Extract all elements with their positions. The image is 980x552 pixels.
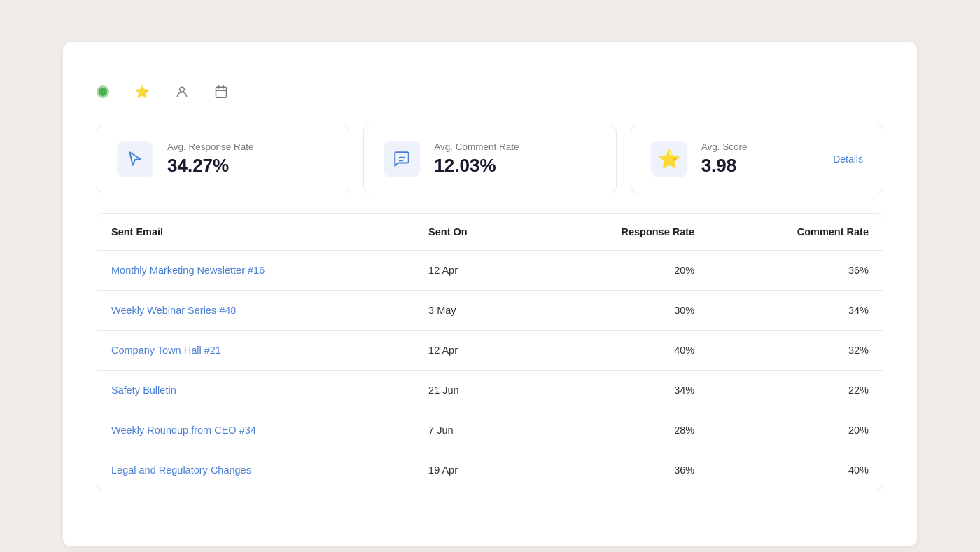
svg-rect-1 <box>216 87 227 97</box>
cell-sent-on: 7 Jun <box>414 410 531 450</box>
stat-label-comment-rate: Avg. Comment Rate <box>434 142 519 152</box>
details-link[interactable]: Details <box>833 153 863 165</box>
table-row: Weekly Webinar Series #483 May30%34% <box>97 291 883 331</box>
cell-sent-email[interactable]: Company Town Hall #21 <box>97 331 414 371</box>
cell-sent-on: 3 May <box>414 291 531 331</box>
cell-sent-on: 21 Jun <box>414 371 531 410</box>
stat-card-comment-rate: Avg. Comment Rate 12.03% <box>363 125 616 193</box>
cursor-icon <box>126 150 144 168</box>
cell-response-rate: 34% <box>531 371 708 410</box>
table-row: Weekly Roundup from CEO #347 Jun28%20% <box>97 410 883 450</box>
cell-response-rate: 28% <box>531 410 708 450</box>
calendar-icon <box>214 85 228 99</box>
cell-response-rate: 40% <box>531 331 708 371</box>
star-icon: ⭐ <box>134 84 150 99</box>
cell-comment-rate: 34% <box>708 291 883 331</box>
col-header-response-rate: Response Rate <box>531 214 708 251</box>
email-link[interactable]: Company Town Hall #21 <box>111 345 221 356</box>
cell-response-rate: 30% <box>531 291 708 331</box>
email-link[interactable]: Legal and Regulatory Changes <box>111 464 251 476</box>
col-header-comment-rate: Comment Rate <box>708 214 883 251</box>
col-header-sent-email: Sent Email <box>97 214 414 251</box>
stat-label-avg-score: Avg. Score <box>701 142 748 152</box>
cell-sent-email[interactable]: Monthly Marketing Newsletter #16 <box>97 251 414 291</box>
cell-comment-rate: 22% <box>708 371 883 410</box>
comment-icon <box>393 150 411 168</box>
email-table: Sent Email Sent On Response Rate Comment… <box>97 214 883 490</box>
status-dot-icon <box>97 85 109 98</box>
star-score-icon: ⭐ <box>658 149 680 170</box>
cell-response-rate: 20% <box>531 251 708 291</box>
comment-rate-icon-wrap <box>384 141 420 177</box>
created-by-badge <box>175 85 195 99</box>
stat-value-response-rate: 34.27% <box>167 155 254 177</box>
cell-comment-rate: 32% <box>708 331 883 371</box>
stats-row: Avg. Response Rate 34.27% Avg. Comment R… <box>97 125 883 193</box>
table-row: Legal and Regulatory Changes19 Apr36%40% <box>97 450 883 490</box>
stat-card-avg-score: ⭐ Avg. Score 3.98 Details <box>631 125 883 193</box>
stat-info-comment-rate: Avg. Comment Rate 12.03% <box>434 142 519 177</box>
cell-sent-email[interactable]: Legal and Regulatory Changes <box>97 450 414 490</box>
person-icon <box>175 85 189 99</box>
stat-info-response-rate: Avg. Response Rate 34.27% <box>167 142 254 177</box>
cell-sent-email[interactable]: Safety Bulletin <box>97 371 414 410</box>
email-link[interactable]: Monthly Marketing Newsletter #16 <box>111 265 265 276</box>
stat-value-avg-score: 3.98 <box>701 155 748 177</box>
cell-comment-rate: 40% <box>708 450 883 490</box>
cell-comment-rate: 36% <box>708 251 883 291</box>
col-header-sent-on: Sent On <box>414 214 531 251</box>
cell-sent-on: 12 Apr <box>414 251 531 291</box>
email-link[interactable]: Weekly Roundup from CEO #34 <box>111 425 256 436</box>
last-used-badge <box>214 85 234 99</box>
table-row: Company Town Hall #2112 Apr40%32% <box>97 331 883 371</box>
table-row: Safety Bulletin21 Jun34%22% <box>97 371 883 410</box>
main-card: ⭐ <box>63 42 917 546</box>
stat-info-avg-score: Avg. Score 3.98 <box>701 142 748 177</box>
cell-response-rate: 36% <box>531 450 708 490</box>
email-table-section: Sent Email Sent On Response Rate Comment… <box>97 213 883 490</box>
survey-type-badge: ⭐ <box>134 84 155 99</box>
stat-value-comment-rate: 12.03% <box>434 155 519 177</box>
avg-score-icon-wrap: ⭐ <box>651 141 687 177</box>
status-badge <box>97 85 115 98</box>
cell-sent-on: 19 Apr <box>414 450 531 490</box>
email-link[interactable]: Weekly Webinar Series #48 <box>111 305 236 316</box>
svg-point-0 <box>180 87 185 92</box>
cell-sent-email[interactable]: Weekly Roundup from CEO #34 <box>97 410 414 450</box>
cell-sent-on: 12 Apr <box>414 331 531 371</box>
email-link[interactable]: Safety Bulletin <box>111 385 176 396</box>
cell-comment-rate: 20% <box>708 410 883 450</box>
meta-row: ⭐ <box>97 84 883 99</box>
table-row: Monthly Marketing Newsletter #1612 Apr20… <box>97 251 883 291</box>
response-rate-icon-wrap <box>117 141 153 177</box>
table-header-row: Sent Email Sent On Response Rate Comment… <box>97 214 883 251</box>
stat-label-response-rate: Avg. Response Rate <box>167 142 254 152</box>
cell-sent-email[interactable]: Weekly Webinar Series #48 <box>97 291 414 331</box>
stat-card-response-rate: Avg. Response Rate 34.27% <box>97 125 349 193</box>
